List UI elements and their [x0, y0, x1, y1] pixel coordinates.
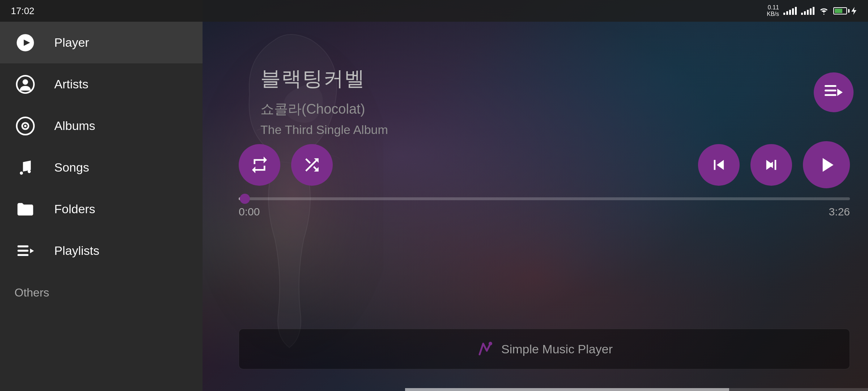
status-bar: 17:02 0.11KB/s — [0, 0, 868, 22]
sidebar-item-albums[interactable]: Albums — [0, 105, 203, 147]
sidebar: Player Artists Albums Songs — [0, 0, 203, 391]
svg-point-7 — [24, 125, 27, 127]
person-circle-icon — [14, 73, 36, 95]
bar2 — [804, 11, 806, 15]
app-name: Simple Music Player — [501, 342, 613, 356]
app-logo — [476, 340, 494, 358]
bar1 — [783, 13, 785, 15]
svg-point-4 — [22, 79, 28, 84]
list-icon — [14, 240, 36, 262]
battery-icon — [833, 7, 857, 15]
svg-rect-13 — [825, 85, 837, 87]
battery-body — [833, 7, 847, 14]
total-time: 3:26 — [829, 206, 850, 218]
next-button[interactable] — [750, 144, 792, 186]
previous-button[interactable] — [698, 144, 740, 186]
queue-button[interactable] — [814, 72, 854, 112]
play-icon — [815, 153, 838, 177]
bar4 — [792, 8, 794, 15]
wifi-icon — [819, 7, 829, 15]
previous-icon — [709, 155, 729, 175]
sidebar-label-folders: Folders — [54, 202, 95, 216]
bar4 — [810, 8, 812, 15]
music-note-icon — [14, 157, 36, 178]
charging-icon — [851, 7, 857, 15]
repeat-button[interactable] — [239, 144, 280, 186]
play-circle-icon — [14, 32, 36, 54]
signal-bars-2 — [801, 7, 814, 15]
sidebar-item-playlists[interactable]: Playlists — [0, 230, 203, 272]
bar5 — [795, 7, 797, 15]
sidebar-label-playlists: Playlists — [54, 244, 99, 258]
battery-tip — [848, 9, 850, 13]
bar1 — [801, 13, 803, 15]
svg-marker-16 — [837, 89, 843, 96]
sidebar-label-albums: Albums — [54, 119, 95, 133]
svg-rect-8 — [17, 245, 28, 247]
progress-thumb — [240, 194, 250, 204]
sidebar-item-artists[interactable]: Artists — [0, 63, 203, 105]
sidebar-label-player: Player — [54, 35, 89, 50]
folder-icon — [14, 198, 36, 220]
svg-rect-14 — [825, 90, 837, 92]
app-branding: Simple Music Player — [239, 329, 850, 369]
sidebar-item-player[interactable]: Player — [0, 22, 203, 63]
svg-rect-10 — [17, 254, 28, 256]
svg-point-0 — [824, 14, 825, 15]
sidebar-others[interactable]: Others — [0, 275, 203, 310]
sidebar-label-artists: Artists — [54, 77, 88, 91]
song-artist: 쇼콜라(Chocolat) — [260, 100, 388, 118]
data-speed: 0.11KB/s — [767, 4, 779, 17]
svg-point-17 — [489, 342, 492, 345]
svg-rect-9 — [17, 249, 28, 251]
app-container: 17:02 0.11KB/s — [0, 0, 868, 391]
progress-area: 0:00 3:26 — [239, 197, 850, 218]
repeat-icon — [250, 155, 269, 175]
scroll-fill — [405, 388, 729, 391]
song-info: 블랙팅커벨 쇼콜라(Chocolat) The Third Single Alb… — [260, 65, 388, 137]
bar5 — [813, 7, 814, 15]
sidebar-item-folders[interactable]: Folders — [0, 188, 203, 230]
sidebar-label-songs: Songs — [54, 160, 89, 175]
song-album: The Third Single Album — [260, 123, 388, 137]
status-right: 0.11KB/s — [767, 4, 857, 17]
svg-marker-11 — [30, 248, 34, 253]
bar3 — [789, 10, 791, 15]
progress-times: 0:00 3:26 — [239, 206, 850, 218]
battery-fill — [835, 9, 842, 13]
disc-icon — [14, 115, 36, 137]
others-label: Others — [14, 286, 49, 299]
app-logo-icon — [476, 340, 494, 358]
shuffle-button[interactable] — [291, 144, 333, 186]
bar3 — [807, 10, 809, 15]
controls — [239, 141, 850, 188]
scroll-indicator — [405, 388, 868, 391]
queue-icon — [823, 81, 844, 103]
progress-bar[interactable] — [239, 197, 850, 200]
status-time: 17:02 — [11, 5, 34, 17]
shuffle-icon — [302, 155, 322, 175]
svg-rect-15 — [825, 94, 837, 96]
next-icon — [761, 155, 781, 175]
play-button[interactable] — [803, 141, 850, 188]
song-title: 블랙팅커벨 — [260, 65, 388, 93]
current-time: 0:00 — [239, 206, 260, 218]
signal-bars-1 — [783, 7, 797, 15]
main-content: 블랙팅커벨 쇼콜라(Chocolat) The Third Single Alb… — [203, 0, 868, 391]
sidebar-item-songs[interactable]: Songs — [0, 147, 203, 188]
bar2 — [786, 11, 788, 15]
